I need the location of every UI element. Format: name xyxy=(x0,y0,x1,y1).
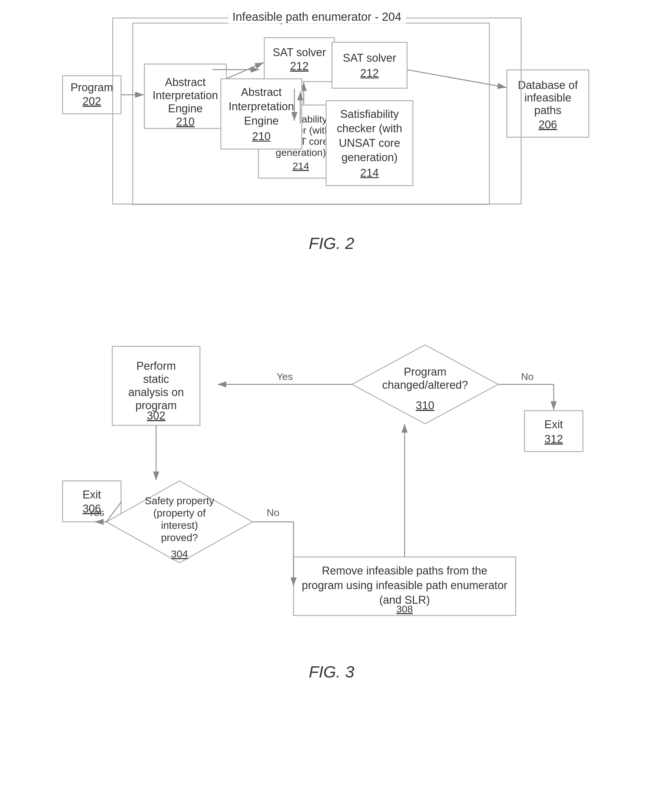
svg-text:interest): interest) xyxy=(161,520,198,531)
svg-text:304: 304 xyxy=(171,548,188,559)
svg-text:program using infeasible path : program using infeasible path enumerator xyxy=(302,579,508,592)
sat-solver-id: 212 xyxy=(360,67,378,79)
svg-text:infeasible: infeasible xyxy=(524,92,571,104)
svg-text:202: 202 xyxy=(82,95,101,107)
svg-text:proved?: proved? xyxy=(161,532,198,543)
sat-checker-box: Satisfiabilitychecker (withUNSAT coregen… xyxy=(326,100,413,186)
abstract-engine-id: 210 xyxy=(252,130,270,143)
fig2-section: Infeasible path enumerator - 204 Abstrac… xyxy=(23,18,640,253)
svg-text:No: No xyxy=(267,507,279,518)
svg-text:Yes: Yes xyxy=(88,507,104,518)
svg-text:206: 206 xyxy=(538,118,557,131)
svg-text:310: 310 xyxy=(416,399,434,412)
svg-text:Remove infeasible paths from t: Remove infeasible paths from the xyxy=(322,564,487,577)
infeasible-path-enumerator-box: Infeasible path enumerator - 204 Abstrac… xyxy=(112,18,522,204)
svg-text:Database of: Database of xyxy=(518,79,578,91)
fig2-diagram: Infeasible path enumerator - 204 Abstrac… xyxy=(54,18,609,216)
abstract-engine-box: AbstractInterpretationEngine 210 xyxy=(220,78,302,149)
sat-solver-box: SAT solver 212 xyxy=(332,42,408,89)
svg-text:Program: Program xyxy=(70,81,113,94)
svg-text:Exit: Exit xyxy=(82,488,101,501)
svg-text:changed/altered?: changed/altered? xyxy=(382,379,468,391)
svg-text:analysis on: analysis on xyxy=(128,386,184,399)
svg-text:Yes: Yes xyxy=(277,371,293,382)
svg-text:302: 302 xyxy=(147,410,165,422)
fig2-label: FIG. 2 xyxy=(309,234,354,253)
svg-text:Perform: Perform xyxy=(136,360,176,372)
svg-text:Safety property: Safety property xyxy=(145,495,214,506)
svg-text:Exit: Exit xyxy=(544,418,563,431)
svg-text:(property of: (property of xyxy=(154,507,206,519)
fig3-section: Perform static analysis on program 302 P… xyxy=(23,294,640,681)
svg-text:Program: Program xyxy=(404,366,446,378)
sat-solver-label: SAT solver xyxy=(343,51,396,65)
svg-text:312: 312 xyxy=(544,433,563,445)
fig3-label: FIG. 3 xyxy=(309,662,354,681)
svg-text:static: static xyxy=(143,373,169,385)
svg-text:paths: paths xyxy=(534,104,561,117)
svg-rect-49 xyxy=(524,411,583,452)
fig3-svg: Perform static analysis on program 302 P… xyxy=(54,294,609,645)
svg-text:308: 308 xyxy=(396,603,413,614)
abstract-engine-label: AbstractInterpretationEngine xyxy=(229,85,294,128)
main-container: Infeasible path enumerator - 204 Abstrac… xyxy=(23,18,640,681)
svg-text:No: No xyxy=(521,371,534,382)
enumerator-title: Infeasible path enumerator - 204 xyxy=(228,10,406,23)
sat-checker-label: Satisfiabilitychecker (withUNSAT coregen… xyxy=(337,107,402,165)
sat-checker-id: 214 xyxy=(360,167,378,179)
